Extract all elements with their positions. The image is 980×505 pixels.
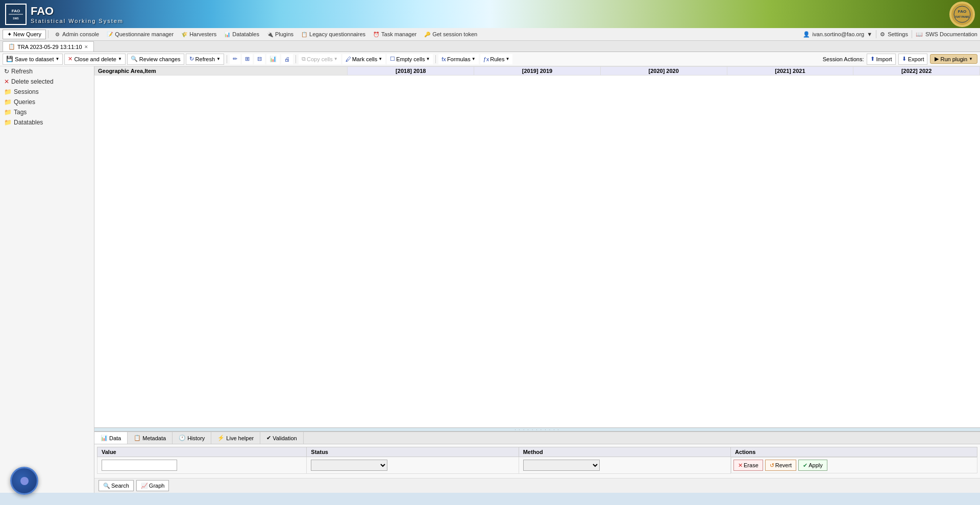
import-button[interactable]: ⬆ Import [867,54,896,65]
legacy-questionnaires-nav[interactable]: 📋 Legacy questionnaires [298,30,369,39]
rules-button[interactable]: ƒx Rules ▼ [480,54,513,64]
sidebar-item-queries[interactable]: 📁 Queries [0,97,94,107]
close-dropdown-arrow[interactable]: ▼ [118,57,122,61]
sws-doc-label[interactable]: SWS Documentation [925,31,977,37]
svg-text:SWS: SWS [13,17,19,20]
sidebar-item-sessions[interactable]: 📁 Sessions [0,87,94,97]
mark-icon: 🖊 [346,56,351,62]
mark-dropdown-arrow[interactable]: ▼ [378,57,382,61]
tab-close-button[interactable]: ✕ [84,44,88,49]
export-icon: ⬇ [902,56,906,62]
sidebar-item-tags[interactable]: 📁 Tags [0,107,94,117]
erase-icon: ✕ [738,462,743,469]
sidebar-item-datatables[interactable]: 📁 Datatables [0,117,94,128]
erase-button[interactable]: ✕ Erase [733,460,763,471]
graph-label: Graph [149,483,165,489]
new-query-button[interactable]: ✦ New Query [3,30,46,39]
history-tab-icon: 🕐 [179,435,186,441]
main-tab[interactable]: 📋 TRA 2023-05-29 13:11:10 ✕ [3,41,94,52]
task-manager-nav[interactable]: ⏰ Task manager [370,30,420,39]
status-select[interactable] [311,460,387,471]
col-header-2021: [2021] 2021 [727,67,853,75]
copy-icon: ⧉ [302,56,306,62]
edit-icon-btn[interactable]: ✏ [230,54,240,64]
review-icon: 🔍 [131,56,138,62]
col-header-2019: [2019] 2019 [474,67,601,75]
sidebar-delete[interactable]: ✕ Delete selected [0,77,94,87]
tab-validation[interactable]: ✔ Validation [260,432,304,444]
mark-cells-button[interactable]: 🖊 Mark cells ▼ [342,54,385,64]
run-plugin-button[interactable]: ▶ Run plugin ▼ [930,54,977,64]
import-icon: ⬆ [870,56,875,62]
tab-data[interactable]: 📊 Data [94,432,128,444]
spreadsheet[interactable]: Geographic Area,Item [2018] 2018 [2019] … [94,66,980,427]
save-to-dataset-button[interactable]: 💾 Save to dataset ▼ [3,54,63,65]
save-dropdown-arrow[interactable]: ▼ [55,57,59,61]
folder-icon-tags: 📁 [4,109,12,116]
method-cell [519,457,730,474]
grid-icon-btn[interactable]: ⊟ [254,54,265,64]
folder-icon-sessions: 📁 [4,88,12,95]
tab-live-helper[interactable]: ⚡ Live helper [211,432,260,444]
empty-icon: ☐ [390,56,395,62]
search-button[interactable]: 🔍 Search [99,480,134,491]
table-icon-btn[interactable]: ⊞ [242,54,253,64]
legacy-icon: 📋 [301,31,308,38]
method-select[interactable] [523,460,600,471]
bottom-content: Value Status Method Actions [94,444,980,478]
content-area: Geographic Area,Item [2018] 2018 [2019] … [94,66,980,493]
live-helper-tab-label: Live helper [226,435,254,441]
admin-icon: ⚙ [54,31,61,38]
review-changes-button[interactable]: 🔍 Review changes [127,54,184,65]
history-tab-label: History [187,435,205,441]
settings-label[interactable]: Settings [888,31,908,37]
fao-circle-button[interactable] [10,467,38,495]
value-input[interactable] [102,460,177,471]
rules-icon: ƒx [483,56,489,62]
col-header-2020: [2020] 2020 [600,67,727,75]
refresh-button[interactable]: ↻ Refresh ▼ [186,54,224,65]
harvesters-nav[interactable]: 🌾 Harvesters [178,30,219,39]
tab-metadata[interactable]: 📋 Metadata [128,432,173,444]
graph-button[interactable]: 📈 Graph [136,480,169,491]
chart-icon: 📊 [270,56,277,62]
logo-area: FAO SWS FAO Statistical Working System [5,4,124,25]
svg-text:FAO: FAO [958,9,966,14]
refresh-small-icon: ↻ [4,68,9,75]
revert-button[interactable]: ↺ Revert [765,460,796,471]
copy-dropdown-arrow[interactable]: ▼ [334,57,338,61]
questionnaire-manager-nav[interactable]: 📝 Questionnaire manager [103,30,177,39]
run-dropdown-arrow[interactable]: ▼ [969,57,973,61]
user-dropdown-arrow[interactable]: ▼ [867,31,872,37]
nav-divider-right2 [912,30,912,38]
tab-history[interactable]: 🕐 History [173,432,211,444]
datatables-nav[interactable]: 📊 Datatables [220,30,262,39]
close-and-delete-button[interactable]: ✕ Close and delete ▼ [64,54,125,65]
refresh-dropdown-arrow[interactable]: ▼ [216,57,220,61]
value-cell [97,457,307,474]
logo-box: FAO SWS [5,4,27,25]
revert-icon: ↺ [770,462,774,469]
apply-button[interactable]: ✔ Apply [798,460,827,471]
metadata-tab-label: Metadata [142,435,166,441]
search-icon: 🔍 [103,483,110,489]
print-icon-btn[interactable]: 🖨 [281,54,293,64]
sidebar-refresh[interactable]: ↻ Refresh [0,66,94,77]
chart-icon-btn[interactable]: 📊 [266,54,280,64]
value-header: Value [97,447,307,457]
plugins-nav[interactable]: 🔌 Plugins [263,30,297,39]
copy-cells-button[interactable]: ⧉ Copy cells ▼ [299,54,341,64]
status-cell [307,457,519,474]
bottom-table: Value Status Method Actions [97,447,977,474]
empty-cells-button[interactable]: ☐ Empty cells ▼ [387,54,433,64]
formula-dropdown-arrow[interactable]: ▼ [472,57,476,61]
empty-dropdown-arrow[interactable]: ▼ [426,57,430,61]
metadata-tab-icon: 📋 [134,435,141,441]
formulas-button[interactable]: fx Formulas ▼ [438,54,478,64]
admin-console-nav[interactable]: ⚙ Admin console [51,30,102,39]
get-session-token-nav[interactable]: 🔑 Get session token [421,30,480,39]
resize-handle[interactable]: · · · · · · · · · · · [94,427,980,432]
folder-icon-datatables: 📁 [4,119,12,126]
export-button[interactable]: ⬇ Export [898,54,928,65]
rules-dropdown-arrow[interactable]: ▼ [505,57,509,61]
